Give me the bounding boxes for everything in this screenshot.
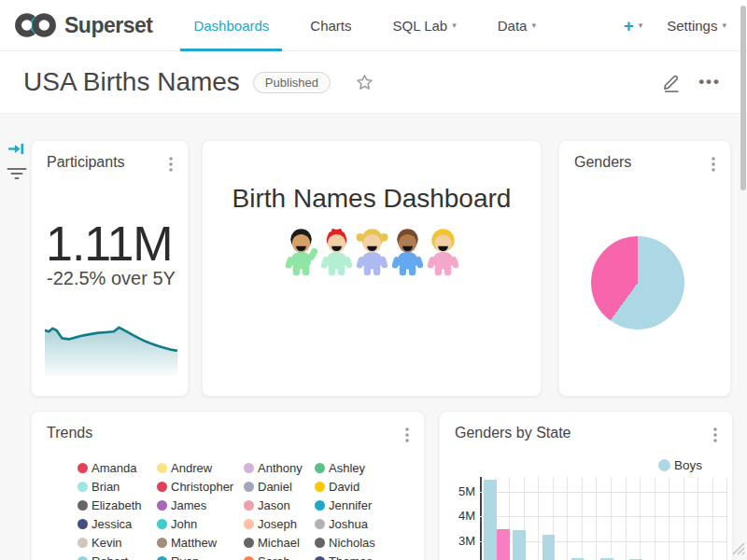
legend-item-john[interactable]: John <box>157 514 244 533</box>
gridline <box>611 477 612 560</box>
legend-dot-icon <box>78 556 88 560</box>
bar-boys[interactable] <box>484 480 497 560</box>
dashboard-title: USA Births Names <box>23 67 240 97</box>
legend-label: David <box>329 480 359 494</box>
kebab-menu-icon[interactable] <box>403 426 411 448</box>
legend-item-daniel[interactable]: Daniel <box>244 477 315 496</box>
legend-item-kevin[interactable]: Kevin <box>78 533 157 552</box>
vertical-scrollbar-thumb[interactable] <box>740 6 746 190</box>
big-number-subheader: -22.5% over 5Y <box>47 268 176 289</box>
superset-logo[interactable]: Superset <box>13 10 152 40</box>
legend-dot-icon <box>78 500 88 511</box>
legend-label: Joseph <box>258 517 297 531</box>
y-axis-tick-label: 3M <box>440 534 475 548</box>
chevron-down-icon: ▾ <box>452 21 457 30</box>
legend-dot-icon <box>157 538 167 548</box>
favorite-star-icon[interactable] <box>355 73 374 92</box>
legend-item-james[interactable]: James <box>157 496 244 514</box>
dashboard-grid: Participants 1.11M -22.5% over 5Y Birth … <box>0 114 747 560</box>
bar-boys[interactable] <box>513 530 526 560</box>
nav-dashboards-label: Dashboards <box>193 18 269 34</box>
legend-label: Joshua <box>329 517 368 531</box>
gridline <box>655 477 655 560</box>
nav-data-label: Data <box>498 18 528 34</box>
legend-label: Matthew <box>171 536 217 550</box>
legend-item-jennifer[interactable]: Jennifer <box>315 496 389 514</box>
chart-title: Trends <box>47 425 92 441</box>
legend-label: Jennifer <box>329 498 372 512</box>
legend-item-christopher[interactable]: Christopher <box>157 477 244 496</box>
legend-item-amanda[interactable]: Amanda <box>78 458 157 477</box>
legend-dot-icon <box>157 500 167 511</box>
genders-by-state-card: Genders by State Boys 5M4M3M <box>439 411 733 560</box>
chart-title: Participants <box>47 154 125 171</box>
settings-menu[interactable]: Settings ▾ <box>667 18 726 34</box>
kebab-menu-icon[interactable] <box>167 155 175 177</box>
legend-item-nicholas[interactable]: Nicholas <box>315 533 389 552</box>
big-number-value: 1.11M <box>46 216 173 272</box>
filter-list-icon[interactable] <box>6 166 28 186</box>
header-actions: ••• <box>661 72 721 93</box>
chart-title: Genders <box>574 154 631 171</box>
gridline <box>698 477 698 560</box>
legend-item-jessica[interactable]: Jessica <box>78 514 157 533</box>
published-badge[interactable]: Published <box>253 72 331 93</box>
legend-item-david[interactable]: David <box>315 477 389 496</box>
legend-dot-icon <box>244 556 254 560</box>
legend-label: Michael <box>258 536 300 550</box>
bar-boys[interactable] <box>543 535 556 560</box>
legend-item-elizabeth[interactable]: Elizabeth <box>78 496 157 514</box>
legend-label: Kevin <box>92 536 122 550</box>
legend-dot-icon <box>315 463 325 473</box>
legend-item-matthew[interactable]: Matthew <box>157 533 244 552</box>
trends-card: Trends AmandaAndrewAnthonyAshleyBrianChr… <box>31 411 425 560</box>
legend-item-joseph[interactable]: Joseph <box>244 514 315 533</box>
legend-dot-icon <box>78 482 88 492</box>
markdown-header-card: Birth Names Dashboard <box>202 140 542 397</box>
gridline <box>626 477 627 560</box>
legend-item-brian[interactable]: Brian <box>78 477 157 496</box>
expand-filter-bar-icon[interactable] <box>7 142 24 160</box>
gridline <box>538 477 539 560</box>
genders-pie-chart[interactable] <box>591 236 684 329</box>
legend-item-jason[interactable]: Jason <box>244 496 315 514</box>
gridline <box>596 477 597 560</box>
legend-dot-icon <box>315 500 325 511</box>
legend-label: Jason <box>258 498 290 512</box>
kid-emoji <box>319 227 354 277</box>
gridline <box>726 477 727 560</box>
legend-label: Amanda <box>92 461 136 475</box>
legend-item-robert[interactable]: Robert <box>78 552 157 560</box>
nav-item-dashboards[interactable]: Dashboards <box>173 0 289 51</box>
more-options-button[interactable]: ••• <box>698 79 721 86</box>
edit-dashboard-button[interactable] <box>661 72 682 93</box>
legend-item-ashley[interactable]: Ashley <box>315 458 389 477</box>
settings-label: Settings <box>667 18 717 34</box>
nav-item-sql-lab[interactable]: SQL Lab ▾ <box>373 0 477 51</box>
bar-girls[interactable] <box>497 529 510 560</box>
legend-item-andrew[interactable]: Andrew <box>157 458 244 477</box>
card-resize-handle-icon[interactable] <box>730 540 745 559</box>
legend-item-thomas[interactable]: Thomas <box>315 552 389 560</box>
legend-dot-icon <box>157 556 167 560</box>
legend-dot-icon <box>244 519 254 529</box>
pencil-icon <box>661 72 682 93</box>
kebab-menu-icon[interactable] <box>710 155 717 177</box>
nav-item-data[interactable]: Data ▾ <box>477 0 557 51</box>
participants-sparkline-chart[interactable] <box>45 322 177 376</box>
plus-icon: + <box>624 17 634 35</box>
legend-dot-icon <box>78 538 88 548</box>
new-item-button[interactable]: + ▾ <box>624 17 643 35</box>
y-axis-line <box>480 477 482 560</box>
legend-label: Ryan <box>171 554 199 560</box>
legend-dot-icon <box>157 482 167 492</box>
legend-item-ryan[interactable]: Ryan <box>157 552 244 560</box>
gridline <box>640 477 641 560</box>
legend-item-anthony[interactable]: Anthony <box>244 458 315 477</box>
legend-item-sarah[interactable]: Sarah <box>244 552 315 560</box>
nav-item-charts[interactable]: Charts <box>289 0 372 51</box>
legend-label: Brian <box>92 480 120 494</box>
legend-item-michael[interactable]: Michael <box>244 533 315 552</box>
legend-item-joshua[interactable]: Joshua <box>315 514 389 533</box>
genders-by-state-plot: 5M4M3M <box>440 412 733 560</box>
